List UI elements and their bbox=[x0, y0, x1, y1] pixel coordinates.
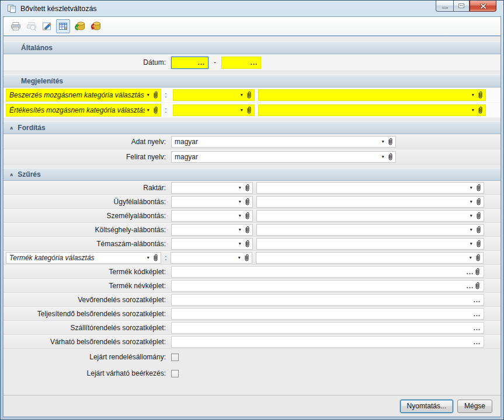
section-title: Általános bbox=[21, 44, 53, 52]
customer-breakdown-label: Ügyfélalábontás: bbox=[4, 198, 169, 206]
date-from-field[interactable]: ... bbox=[171, 57, 208, 69]
table-view-button[interactable] bbox=[56, 19, 70, 33]
chevron-down-icon bbox=[238, 186, 242, 190]
customer-breakdown-combo[interactable] bbox=[171, 196, 253, 208]
print-submit-button[interactable]: Nyomtatás... bbox=[400, 400, 453, 413]
supplier-order-series-label: Szállítórendelés sorozatképlet: bbox=[4, 324, 169, 332]
print-preview-icon bbox=[26, 21, 37, 32]
paperclip-icon bbox=[477, 106, 484, 114]
caption-language-combo[interactable]: magyar bbox=[171, 151, 396, 163]
data-language-combo[interactable]: magyar bbox=[171, 136, 396, 148]
paperclip-icon bbox=[475, 226, 482, 234]
separator-colon: : bbox=[161, 91, 171, 99]
sales-category-value-combo[interactable] bbox=[173, 104, 255, 116]
database-export-button[interactable] bbox=[88, 19, 102, 33]
product-category-value-combo[interactable] bbox=[171, 252, 252, 264]
form-row: Várható belsőrendelés sorozatképlet: ... bbox=[4, 335, 500, 349]
maximize-icon bbox=[458, 4, 464, 8]
section-title: Szűrés bbox=[18, 170, 40, 178]
form-row: Költséghely-alábontás: bbox=[4, 223, 500, 237]
product-category-secondary-combo[interactable] bbox=[256, 252, 484, 264]
paperclip-icon bbox=[387, 138, 394, 146]
customer-breakdown-secondary-combo[interactable] bbox=[256, 196, 484, 208]
paperclip-icon bbox=[474, 254, 481, 262]
person-breakdown-secondary-combo[interactable] bbox=[256, 210, 484, 222]
separator-colon: : bbox=[161, 106, 171, 114]
form-row: Szállítórendelés sorozatképlet: ... bbox=[4, 321, 500, 335]
cancel-button[interactable]: Mégse bbox=[457, 400, 492, 413]
data-language-label: Adat nyelv: bbox=[4, 138, 169, 146]
chevron-down-icon bbox=[147, 256, 150, 260]
close-icon bbox=[480, 4, 486, 9]
print-button[interactable] bbox=[9, 19, 23, 33]
database-import-button[interactable] bbox=[72, 19, 86, 33]
supplier-order-series-field[interactable]: ... bbox=[171, 322, 484, 334]
date-to-field[interactable]: ... bbox=[221, 57, 261, 69]
date-to-picker-button[interactable]: ... bbox=[251, 60, 258, 65]
chevron-down-icon bbox=[381, 139, 385, 144]
chevron-down-icon bbox=[147, 93, 150, 97]
paperclip-icon bbox=[152, 254, 159, 262]
minimize-icon bbox=[442, 7, 448, 9]
formula-picker-button[interactable]: ... bbox=[474, 326, 481, 330]
chevron-down-icon bbox=[471, 93, 475, 97]
table-view-icon bbox=[58, 22, 68, 31]
formula-picker-button[interactable]: ... bbox=[474, 312, 481, 316]
edit-report-button[interactable] bbox=[40, 19, 54, 33]
paperclip-icon bbox=[474, 282, 481, 290]
costcenter-breakdown-combo[interactable] bbox=[171, 224, 253, 236]
form-row: Raktár: bbox=[4, 181, 500, 195]
sales-category-secondary-combo[interactable] bbox=[258, 104, 486, 116]
expected-internal-order-series-field[interactable]: ... bbox=[171, 336, 484, 348]
window-title: Bővített készletváltozás bbox=[20, 5, 97, 13]
expired-orders-checkbox[interactable] bbox=[171, 354, 179, 361]
costcenter-breakdown-secondary-combo[interactable] bbox=[256, 224, 484, 236]
product-code-formula-field[interactable]: ... bbox=[171, 266, 484, 278]
formula-picker-button[interactable]: ... bbox=[467, 284, 474, 288]
chevron-down-icon bbox=[470, 186, 473, 190]
purchase-category-value-combo[interactable] bbox=[173, 89, 255, 101]
print-icon bbox=[11, 21, 21, 32]
form-row: Termék kódképlet: ... bbox=[4, 265, 500, 279]
formula-picker-button[interactable]: ... bbox=[474, 340, 481, 344]
expired-expected-arrival-checkbox[interactable] bbox=[171, 370, 179, 377]
paperclip-icon bbox=[475, 240, 482, 248]
chevron-down-icon bbox=[469, 256, 472, 260]
section-header-szures[interactable]: ∧ Szűrés bbox=[4, 168, 500, 181]
purchase-category-secondary-combo[interactable] bbox=[258, 89, 486, 101]
minimize-button[interactable] bbox=[436, 1, 453, 12]
product-name-formula-field[interactable]: ... bbox=[171, 280, 484, 292]
chevron-down-icon bbox=[240, 93, 244, 97]
form-row: Beszerzés mozgásnem kategória választás … bbox=[4, 88, 500, 103]
separator-colon: : bbox=[161, 254, 171, 262]
date-from-picker-button[interactable]: ... bbox=[198, 60, 205, 65]
person-breakdown-combo[interactable] bbox=[171, 210, 253, 222]
purchase-category-combo[interactable]: Beszerzés mozgásnem kategória választás bbox=[6, 89, 161, 102]
section-header-megjelenites: Megjelenítés bbox=[4, 75, 500, 88]
collapse-icon: ∧ bbox=[9, 172, 13, 177]
chevron-down-icon bbox=[238, 214, 242, 218]
collapse-icon: ∧ bbox=[9, 125, 13, 131]
topic-breakdown-combo[interactable] bbox=[171, 238, 253, 250]
customer-order-series-field[interactable]: ... bbox=[171, 294, 484, 306]
product-category-combo[interactable]: Termék kategória választás bbox=[6, 252, 161, 264]
database-import-icon bbox=[74, 21, 85, 32]
formula-picker-button[interactable]: ... bbox=[474, 298, 481, 302]
close-button[interactable] bbox=[470, 1, 496, 12]
warehouse-secondary-combo[interactable] bbox=[256, 182, 484, 194]
paperclip-icon bbox=[243, 254, 250, 262]
warehouse-combo[interactable] bbox=[171, 182, 253, 194]
sales-category-combo[interactable]: Értékesítés mozgásnem kategória választá… bbox=[6, 104, 161, 117]
maximize-button[interactable] bbox=[453, 1, 470, 12]
expired-orders-label: Lejárt rendelésállomány: bbox=[4, 353, 169, 361]
app-icon bbox=[7, 4, 16, 13]
formula-picker-button[interactable]: ... bbox=[467, 270, 474, 274]
window: Bővített készletváltozás bbox=[0, 0, 504, 420]
warehouse-label: Raktár: bbox=[4, 184, 169, 192]
section-header-forditas[interactable]: ∧ Fordítás bbox=[4, 121, 500, 134]
internal-order-tofulfill-series-field[interactable]: ... bbox=[171, 308, 484, 320]
topic-breakdown-secondary-combo[interactable] bbox=[256, 238, 484, 250]
paperclip-icon bbox=[475, 212, 482, 220]
expected-internal-order-series-label: Várható belsőrendelés sorozatképlet: bbox=[4, 338, 169, 346]
form-row: Dátum: ... - ... bbox=[4, 54, 500, 71]
